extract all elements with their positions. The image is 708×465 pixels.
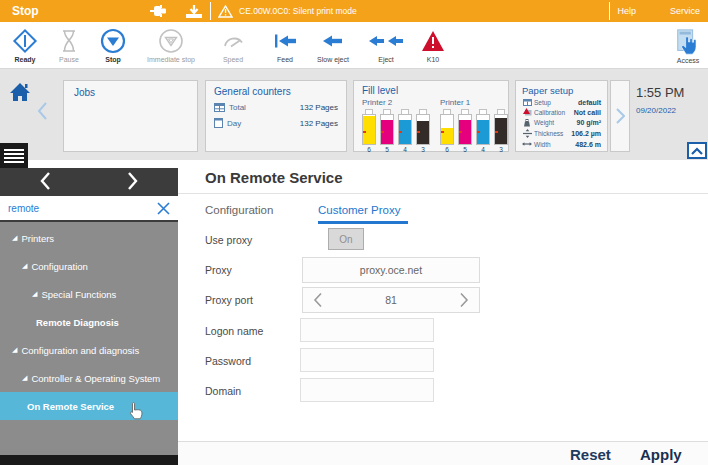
nav-item-remote-diagnosis[interactable]: Remote Diagnosis <box>0 308 178 336</box>
total-pages-value: 132 Pages <box>300 103 338 112</box>
counter-row-total: Total 132 Pages <box>214 103 338 112</box>
tab-configuration[interactable]: Configuration <box>205 204 273 216</box>
home-button[interactable] <box>9 82 31 102</box>
nav-item-configuration-and-diagnosis[interactable]: ◢Configuration and diagnosis <box>0 336 178 364</box>
day-counter-icon <box>214 118 223 128</box>
nav-forward-button[interactable] <box>126 171 140 191</box>
feed-button[interactable]: Feed <box>264 23 306 67</box>
apply-button[interactable]: Apply <box>640 446 682 463</box>
printer-2-tank-numbers: 6543 <box>362 146 430 153</box>
proxy-port-value[interactable]: 81 <box>385 294 397 306</box>
active-alert[interactable]: CE.00W.0C0: Silent print mode <box>218 0 357 22</box>
stop-button[interactable]: Stop <box>90 23 136 67</box>
eject-button[interactable]: Eject <box>360 23 412 67</box>
thickness-icon <box>522 129 532 138</box>
paper-setup-title: Paper setup <box>522 85 601 96</box>
search-input[interactable]: remote <box>8 203 157 214</box>
calibration-icon <box>522 108 532 116</box>
immediate-stop-button[interactable]: Immediate stop <box>136 23 206 67</box>
nav-item-controller-operating-system[interactable]: ◢Controller & Operating System <box>0 364 178 392</box>
title-divider <box>178 193 708 194</box>
black-ink-tank <box>494 109 508 145</box>
current-date: 09/20/2022 <box>636 106 684 115</box>
access-button[interactable]: Access <box>674 24 702 68</box>
settings-nav-tree: ◢Printers ◢Configuration ◢Special Functi… <box>0 222 178 455</box>
domain-field[interactable] <box>300 378 434 402</box>
password-label: Password <box>205 355 251 367</box>
printer-1-fill-group: Printer 1 6543 <box>440 98 508 153</box>
stepper-increase-icon[interactable] <box>459 292 469 308</box>
printer-1-tank-numbers: 6543 <box>440 146 508 153</box>
fill-level-panel[interactable]: Fill level Printer 2 6543 Printer 1 6543 <box>353 80 509 152</box>
scroll-panels-left-button[interactable] <box>36 101 48 121</box>
domain-label: Domain <box>205 385 241 397</box>
k10-warning-icon <box>421 28 445 54</box>
expand-triangle-icon: ◢ <box>32 290 37 298</box>
ready-button[interactable]: Ready <box>2 23 48 67</box>
expand-triangle-icon: ◢ <box>12 346 17 354</box>
sidebar-search: remote <box>0 194 178 222</box>
yellow-ink-tank <box>440 109 454 145</box>
top-status-bar: Stop CE.00W.0C0: Silent print mode Help … <box>0 0 708 22</box>
immediate-stop-icon <box>158 28 184 54</box>
download-tray-icon[interactable] <box>184 4 204 19</box>
jobs-panel[interactable]: Jobs <box>63 80 198 152</box>
speed-button[interactable]: Speed <box>210 23 256 67</box>
fill-level-title: Fill level <box>362 85 500 96</box>
use-proxy-toggle[interactable]: On <box>328 228 364 250</box>
paper-row-weight: Weight 90 g/m² <box>522 119 601 127</box>
width-value: 482.6 m <box>575 141 601 148</box>
speedometer-icon <box>220 28 246 54</box>
tank-slot-number: 5 <box>458 146 472 153</box>
tank-slot-number: 4 <box>476 146 490 153</box>
total-counter-icon <box>214 103 225 112</box>
tank-slot-number: 6 <box>362 146 376 153</box>
nav-item-configuration[interactable]: ◢Configuration <box>0 252 178 280</box>
proxy-field[interactable]: proxy.oce.net <box>302 257 480 283</box>
machine-status-label: Stop <box>12 4 39 18</box>
hand-cursor-icon <box>128 402 143 420</box>
pause-button[interactable]: Pause <box>48 23 90 67</box>
weight-icon <box>522 119 532 127</box>
sidebar-bottom-strip <box>0 455 178 465</box>
printer-2-label: Printer 2 <box>362 98 430 107</box>
day-pages-value: 132 Pages <box>300 119 338 128</box>
stop-icon <box>100 28 126 54</box>
printer-control-screen: Stop CE.00W.0C0: Silent print mode Help … <box>0 0 708 465</box>
counters-panel-title: General counters <box>214 86 338 97</box>
k10-alert-button[interactable]: K10 <box>412 23 454 67</box>
service-button[interactable]: Service <box>670 6 700 16</box>
general-counters-panel[interactable]: General counters Total 132 Pages Day 132… <box>205 80 347 152</box>
help-button[interactable]: Help <box>617 6 636 16</box>
tank-slot-number: 4 <box>398 146 412 153</box>
paper-row-thickness: Thickness 106.2 µm <box>522 129 601 138</box>
nav-item-printers[interactable]: ◢Printers <box>0 224 178 252</box>
paper-setup-panel[interactable]: Paper setup Setup default Calibration No… <box>515 80 608 152</box>
eject-double-arrow-icon <box>368 28 404 54</box>
slow-eject-button[interactable]: Slow eject <box>306 23 360 67</box>
scroll-panels-right-button[interactable] <box>610 80 630 152</box>
use-proxy-label: Use proxy <box>205 234 252 246</box>
warning-triangle-icon <box>218 5 233 18</box>
clear-search-icon[interactable] <box>157 202 170 215</box>
paper-row-setup: Setup default <box>522 99 601 106</box>
cyan-ink-tank <box>476 109 490 145</box>
nav-item-on-remote-service[interactable]: On Remote Service <box>0 392 178 420</box>
action-toolbar: Ready Pause Stop Immediate stop Speed <box>0 22 708 69</box>
tab-customer-proxy[interactable]: Customer Proxy <box>318 204 400 216</box>
setup-value: default <box>578 99 601 106</box>
footer-bar <box>178 442 708 465</box>
stepper-decrease-icon[interactable] <box>313 292 323 308</box>
expand-triangle-icon: ◢ <box>22 374 27 382</box>
logon-name-field[interactable] <box>300 318 434 342</box>
collapse-dashboard-button[interactable] <box>687 142 707 159</box>
password-field[interactable] <box>300 348 434 372</box>
thickness-value: 106.2 µm <box>571 130 601 137</box>
menu-hamburger-button[interactable] <box>0 143 28 168</box>
nav-item-special-functions[interactable]: ◢Special Functions <box>0 280 178 308</box>
reset-button[interactable]: Reset <box>570 446 611 463</box>
active-tab-underline <box>318 221 408 224</box>
plug-connection-icon[interactable] <box>148 4 170 18</box>
nav-back-button[interactable] <box>38 171 52 191</box>
access-hand-icon <box>674 29 702 55</box>
